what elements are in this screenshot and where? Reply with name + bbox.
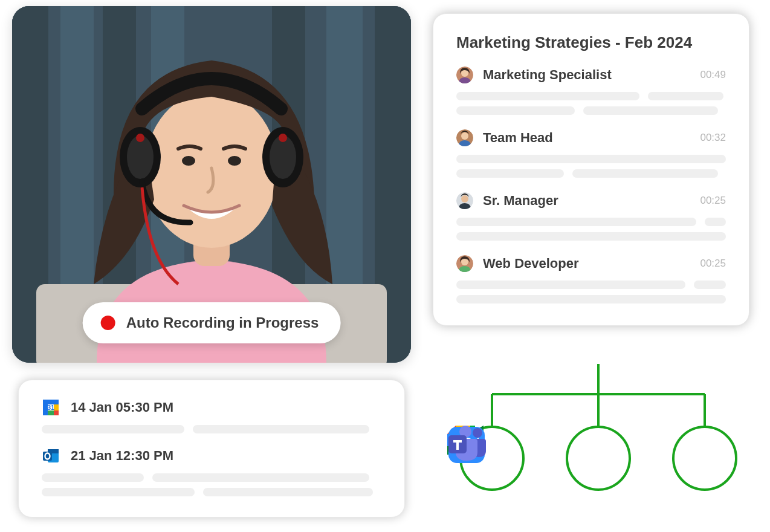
integration-connectors [447, 364, 749, 527]
speaker-name: Sr. Manager [483, 193, 700, 209]
recording-indicator: Auto Recording in Progress [83, 302, 341, 343]
avatar [456, 255, 473, 272]
recording-label: Auto Recording in Progress [126, 314, 319, 331]
svg-point-22 [461, 132, 468, 140]
svg-rect-32 [54, 404, 59, 410]
avatar [456, 192, 473, 209]
integration-zoom[interactable] [566, 426, 631, 491]
calendar-item: 21 Jan 12:30 PM [42, 447, 381, 496]
video-call-card: Auto Recording in Progress [12, 6, 411, 363]
calendar-date: 14 Jan 05:30 PM [71, 400, 173, 415]
svg-rect-30 [54, 410, 59, 415]
google-calendar-icon: 31 [42, 398, 60, 417]
microsoft-teams-icon [447, 426, 487, 462]
speaker-name: Marketing Specialist [483, 67, 700, 83]
svg-point-18 [228, 156, 241, 166]
svg-point-17 [182, 156, 195, 166]
speaker-time: 00:25 [700, 195, 726, 207]
recording-dot-icon [101, 316, 115, 330]
calendar-item: 31 14 Jan 05:30 PM [42, 398, 381, 433]
svg-point-15 [136, 134, 144, 142]
transcript-item: Marketing Specialist 00:49 [456, 66, 726, 115]
speaker-time: 00:32 [700, 132, 726, 144]
svg-point-24 [461, 195, 468, 203]
speaker-time: 00:25 [700, 258, 726, 270]
avatar [456, 66, 473, 83]
svg-point-43 [473, 428, 482, 438]
speaker-name: Web Developer [483, 256, 700, 271]
avatar [456, 129, 473, 146]
calendar-card: 31 14 Jan 05:30 PM 21 Jan 12:30 PM [18, 380, 405, 517]
transcript-item: Sr. Manager 00:25 [456, 192, 726, 241]
svg-rect-31 [48, 410, 54, 415]
transcript-item: Team Head 00:32 [456, 129, 726, 178]
svg-text:31: 31 [47, 404, 54, 411]
speaker-name: Team Head [483, 130, 700, 146]
speaker-time: 00:49 [700, 69, 726, 81]
transcript-item: Web Developer 00:25 [456, 255, 726, 303]
transcript-card: Marketing Strategies - Feb 2024 Marketin… [433, 13, 749, 326]
svg-point-16 [279, 134, 287, 142]
calendar-date: 21 Jan 12:30 PM [71, 448, 173, 464]
integration-ms-teams[interactable] [672, 426, 737, 491]
outlook-icon [42, 447, 60, 465]
transcript-title: Marketing Strategies - Feb 2024 [456, 33, 726, 52]
